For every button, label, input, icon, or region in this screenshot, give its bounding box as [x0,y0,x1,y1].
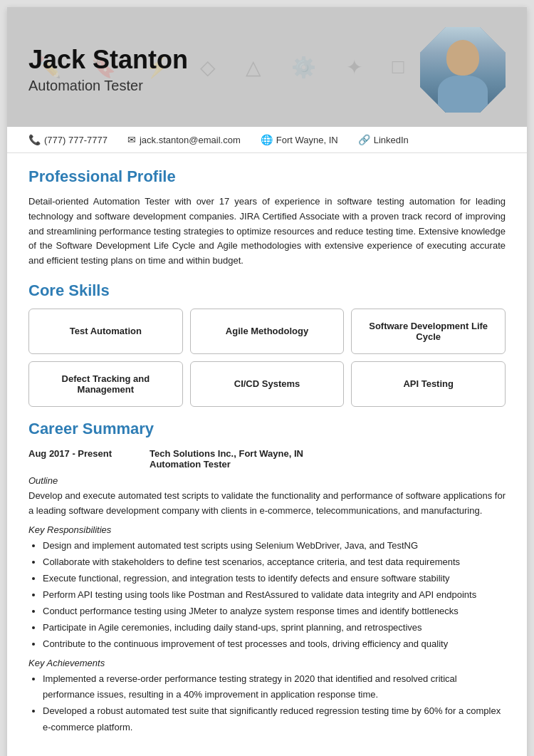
phone-number: (777) 777-7777 [44,135,108,145]
achievement-item: Implemented a reverse-order performance … [43,671,506,703]
skill-card: Test Automation [28,309,183,354]
professional-profile-title: Professional Profile [28,167,506,186]
linkedin-label: LinkedIn [374,135,409,145]
job-company: Tech Solutions Inc., Fort Wayne, IN [150,448,303,459]
achievement-item: Developed a robust automated test suite … [43,703,506,735]
responsibility-item: Participate in Agile ceremonies, includi… [43,620,506,636]
candidate-name: Jack Stanton [28,46,188,74]
responsibility-item: Design and implement automated test scri… [43,538,506,554]
contact-phone: 📞 (777) 777-7777 [28,134,108,145]
icon-diamond: ◇ [200,56,216,79]
responsibilities-list: Design and implement automated test scri… [28,538,506,653]
skill-card: Defect Tracking and Management [28,361,183,407]
achievements-list: Implemented a reverse-order performance … [28,671,506,735]
photo-image [420,27,506,113]
header-text: Jack Stanton Automation Tester [28,46,188,95]
contact-email: ✉ jack.stanton@email.com [127,134,241,145]
responsibility-item: Execute functional, regression, and inte… [43,571,506,586]
job-entry: Aug 2017 - PresentTech Solutions Inc., F… [28,448,506,735]
email-address: jack.stanton@email.com [140,135,241,145]
skill-card: Agile Methodology [190,309,345,354]
skill-card: Software Development Life Cycle [351,309,506,354]
icon-star: ✦ [346,56,362,79]
outline-text: Develop and execute automated test scrip… [28,489,506,519]
responsibility-item: Conduct performance testing using JMeter… [43,604,506,619]
core-skills-title: Core Skills [28,281,506,300]
resume-page: ✏️ 🔖 ⚡ ◇ △ ⚙️ ✦ □ ⚛ ⊞ Jack Stanton Autom… [7,7,527,756]
main-content: Professional Profile Detail-oriented Aut… [7,153,527,750]
skill-card: CI/CD Systems [190,361,345,407]
photo-frame [420,27,506,113]
responsibility-item: Collaborate with stakeholders to define … [43,554,506,570]
page-footer: Page 1 [7,750,527,756]
responsibilities-label: Key Responsibilities [28,524,506,535]
career-summary-title: Career Summary [28,420,506,438]
job-header: Aug 2017 - PresentTech Solutions Inc., F… [28,448,506,470]
contact-linkedin[interactable]: 🔗 LinkedIn [358,134,409,145]
skills-grid: Test AutomationAgile MethodologySoftware… [28,309,506,407]
resume-header: ✏️ 🔖 ⚡ ◇ △ ⚙️ ✦ □ ⚛ ⊞ Jack Stanton Autom… [7,7,527,127]
icon-triangle: △ [246,56,261,79]
contact-location: 🌐 Fort Wayne, IN [261,134,338,145]
location-text: Fort Wayne, IN [276,135,338,145]
contact-bar: 📞 (777) 777-7777 ✉ jack.stanton@email.co… [7,127,527,153]
outline-label: Outline [28,475,506,486]
phone-icon: 📞 [28,134,41,145]
professional-profile-text: Detail-oriented Automation Tester with o… [28,195,506,269]
jobs-container: Aug 2017 - PresentTech Solutions Inc., F… [28,448,506,735]
achievements-label: Key Achievements [28,658,506,668]
icon-square: □ [392,56,404,78]
candidate-photo [420,27,506,113]
responsibility-item: Perform API testing using tools like Pos… [43,587,506,603]
location-icon: 🌐 [261,134,273,145]
email-icon: ✉ [127,134,136,145]
icon-settings: ⚙️ [291,56,316,79]
skill-card: API Testing [351,361,506,407]
linkedin-icon: 🔗 [358,134,370,145]
job-info: Tech Solutions Inc., Fort Wayne, INAutom… [150,448,303,470]
job-role: Automation Tester [150,459,231,470]
responsibility-item: Contribute to the continuous improvement… [43,636,506,652]
candidate-title: Automation Tester [28,78,188,94]
job-dates: Aug 2017 - Present [28,448,128,470]
